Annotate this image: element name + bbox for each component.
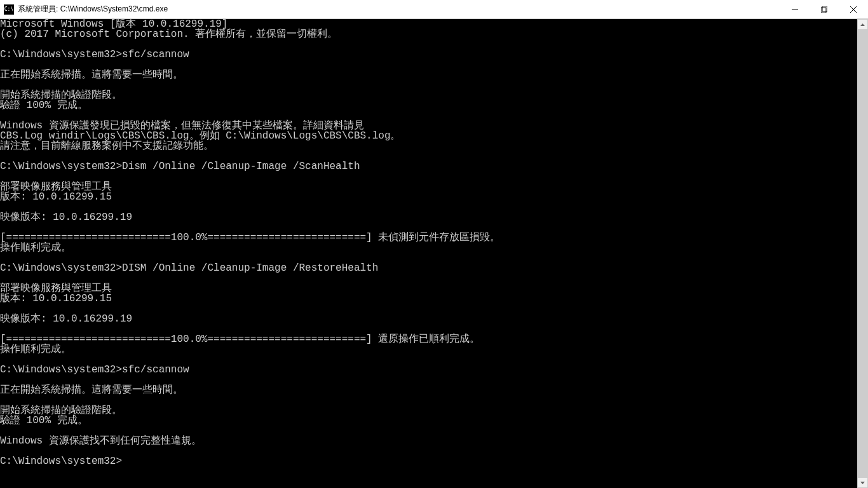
console-line	[0, 375, 857, 385]
close-button[interactable]	[839, 0, 868, 18]
console-line	[0, 395, 857, 405]
console-line: Windows 資源保護找不到任何完整性違規。	[0, 436, 857, 446]
console-line	[0, 253, 857, 263]
window-titlebar: C:\ 系統管理員: C:\Windows\System32\cmd.exe	[0, 0, 868, 19]
scrollbar-up-button[interactable]	[857, 19, 868, 30]
svg-rect-2	[822, 6, 827, 11]
minimize-icon	[792, 6, 798, 13]
console-line	[0, 324, 857, 334]
console-line: 操作順利完成。	[0, 243, 857, 253]
maximize-icon	[821, 6, 827, 13]
scrollbar-thumb[interactable]	[857, 30, 868, 477]
scrollbar-track[interactable]	[857, 30, 868, 477]
console-line: 部署映像服務與管理工具	[0, 182, 857, 192]
console-line: 操作順利完成。	[0, 344, 857, 355]
console-line	[0, 60, 857, 70]
console-line: 版本: 10.0.16299.15	[0, 192, 857, 202]
console-line	[0, 80, 857, 90]
console-line: [===========================100.0%======…	[0, 334, 857, 344]
svg-marker-5	[860, 24, 865, 26]
window-controls	[780, 0, 868, 18]
console-line: 驗證 100% 完成。	[0, 416, 857, 426]
maximize-button[interactable]	[810, 0, 839, 18]
console-line	[0, 202, 857, 212]
window-title: 系統管理員: C:\Windows\System32\cmd.exe	[18, 4, 780, 15]
console-output[interactable]: Microsoft Windows [版本 10.0.16299.19](c) …	[0, 19, 857, 488]
console-line	[0, 355, 857, 365]
console-line: 開始系統掃描的驗證階段。	[0, 405, 857, 416]
chevron-down-icon	[860, 482, 865, 484]
console-line: C:\Windows\system32>	[0, 456, 857, 466]
console-line: Windows 資源保護發現已損毀的檔案，但無法修復其中某些檔案。詳細資料請見	[0, 121, 857, 131]
close-icon	[850, 6, 857, 13]
console-line	[0, 273, 857, 283]
minimize-button[interactable]	[780, 0, 810, 18]
console-line	[0, 111, 857, 121]
console-line	[0, 172, 857, 182]
console-container: Microsoft Windows [版本 10.0.16299.19](c) …	[0, 19, 868, 488]
console-line: 驗證 100% 完成。	[0, 100, 857, 111]
console-line: C:\Windows\system32>Dism /Online /Cleanu…	[0, 161, 857, 172]
svg-marker-6	[860, 482, 865, 484]
console-line: [===========================100.0%======…	[0, 233, 857, 243]
console-line: 映像版本: 10.0.16299.19	[0, 314, 857, 324]
console-line: 部署映像服務與管理工具	[0, 283, 857, 294]
console-line	[0, 426, 857, 436]
console-line: 正在開始系統掃描。這將需要一些時間。	[0, 385, 857, 395]
console-line: C:\Windows\system32>sfc/scannow	[0, 365, 857, 375]
console-line: 開始系統掃描的驗證階段。	[0, 90, 857, 100]
console-line	[0, 446, 857, 456]
console-line	[0, 222, 857, 233]
vertical-scrollbar[interactable]	[857, 19, 868, 488]
console-line: C:\Windows\system32>DISM /Online /Cleanu…	[0, 263, 857, 273]
console-line	[0, 304, 857, 314]
console-line: C:\Windows\system32>sfc/scannow	[0, 50, 857, 60]
console-line: 請注意，目前離線服務案例中不支援記錄功能。	[0, 141, 857, 151]
console-line: 正在開始系統掃描。這將需要一些時間。	[0, 70, 857, 80]
svg-rect-1	[821, 8, 826, 13]
console-line: (c) 2017 Microsoft Corporation. 著作權所有，並保…	[0, 29, 857, 39]
console-line	[0, 39, 857, 50]
chevron-up-icon	[860, 24, 865, 26]
scrollbar-down-button[interactable]	[857, 477, 868, 488]
console-line: Microsoft Windows [版本 10.0.16299.19]	[0, 19, 857, 29]
cmd-icon: C:\	[4, 4, 14, 15]
console-line: 映像版本: 10.0.16299.19	[0, 212, 857, 222]
console-line: CBS.Log windir\Logs\CBS\CBS.log。例如 C:\Wi…	[0, 131, 857, 141]
console-line: 版本: 10.0.16299.15	[0, 294, 857, 304]
console-line	[0, 151, 857, 161]
